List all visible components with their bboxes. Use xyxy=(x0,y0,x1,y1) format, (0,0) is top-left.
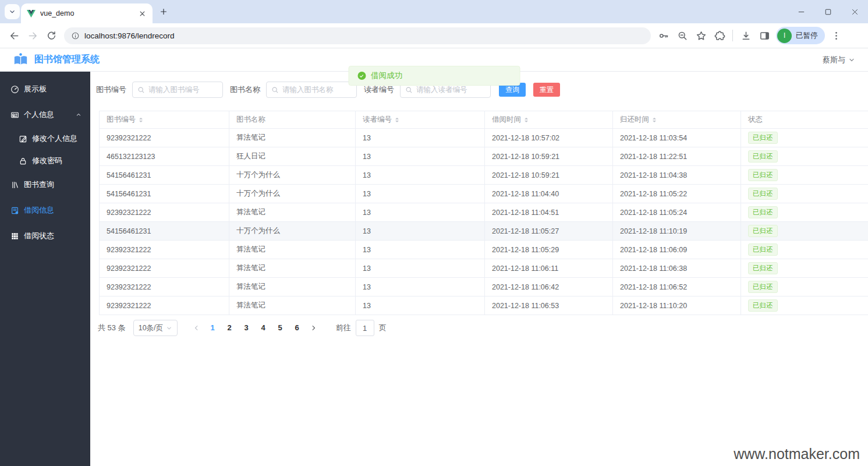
zoom-icon[interactable] xyxy=(673,26,692,45)
page-size-select[interactable]: 10条/页 xyxy=(133,320,178,336)
cell-reader-id: 13 xyxy=(356,278,485,296)
window-close-button[interactable] xyxy=(841,0,868,23)
sidebar-item-book-search[interactable]: 图书查询 xyxy=(0,172,90,197)
column-label: 图书编号 xyxy=(107,115,136,125)
column-header-2[interactable]: 读者编号 xyxy=(356,111,485,129)
sort-icon[interactable] xyxy=(653,116,656,124)
window-minimize-button[interactable] xyxy=(788,0,814,23)
sort-icon[interactable] xyxy=(525,116,528,124)
site-info-icon[interactable] xyxy=(71,31,80,40)
column-label: 归还时间 xyxy=(620,115,649,125)
page-button-1[interactable]: 1 xyxy=(207,320,218,336)
sort-icon[interactable] xyxy=(395,116,399,124)
table-row[interactable]: 92392321222 算法笔记 13 2021-12-18 11:06:53 … xyxy=(100,296,868,315)
cell-book-id: 54156461231 xyxy=(100,222,229,241)
lend-record-icon xyxy=(10,206,19,215)
cell-book-id: 54156461231 xyxy=(100,166,229,185)
sort-icon[interactable] xyxy=(139,116,143,124)
column-label: 借阅时间 xyxy=(492,115,521,125)
extensions-icon[interactable] xyxy=(710,26,729,45)
table-row[interactable]: 92392321222 算法笔记 13 2021-12-18 10:57:02 … xyxy=(100,129,868,147)
table-row[interactable]: 54156461231 十万个为什么 13 2021-12-18 11:04:4… xyxy=(100,185,868,203)
goto-label: 前往 xyxy=(336,323,351,333)
sidebar-item-label: 修改个人信息 xyxy=(32,133,77,144)
next-page-button[interactable] xyxy=(307,320,321,336)
sidebar-item-label: 借阅信息 xyxy=(24,205,54,216)
plus-icon xyxy=(159,7,168,16)
username: 蔡斯与 xyxy=(823,55,845,65)
sidebar-item-personal-info[interactable]: 个人信息 xyxy=(0,102,90,128)
status-badge: 已归还 xyxy=(748,262,778,274)
toast-message: 借阅成功 xyxy=(371,70,402,81)
tab-close-icon[interactable] xyxy=(138,9,147,18)
goto-page-input[interactable] xyxy=(356,320,374,336)
cell-return-time: 2021-12-18 11:04:38 xyxy=(613,166,741,185)
column-label: 读者编号 xyxy=(363,115,392,125)
toolbar-divider xyxy=(732,30,733,41)
column-header-0[interactable]: 图书编号 xyxy=(100,111,229,129)
reset-button[interactable]: 重置 xyxy=(533,83,560,97)
table-row[interactable]: 92392321222 算法笔记 13 2021-12-18 11:06:11 … xyxy=(100,259,868,278)
password-key-icon[interactable] xyxy=(654,26,673,45)
page-button-2[interactable]: 2 xyxy=(224,320,235,336)
sidebar-item-dashboard[interactable]: 展示板 xyxy=(0,76,90,102)
success-toast: 借阅成功 xyxy=(348,66,520,86)
cell-book-id: 92392321222 xyxy=(100,278,229,296)
column-header-3[interactable]: 借阅时间 xyxy=(485,111,613,129)
chevron-down-icon xyxy=(166,325,172,331)
tab-search-button[interactable] xyxy=(5,4,20,19)
table-row[interactable]: 465132123123 狂人日记 13 2021-12-18 10:59:21… xyxy=(100,147,868,166)
page-button-5[interactable]: 5 xyxy=(274,320,286,336)
page-button-4[interactable]: 4 xyxy=(257,320,269,336)
page-button-6[interactable]: 6 xyxy=(291,320,303,336)
table-row[interactable]: 92392321222 算法笔记 13 2021-12-18 11:06:42 … xyxy=(100,278,868,296)
browser-tab[interactable]: vue_demo xyxy=(21,3,153,23)
cell-book-name: 十万个为什么 xyxy=(229,185,356,203)
table-row[interactable]: 54156461231 十万个为什么 13 2021-12-18 10:59:2… xyxy=(100,166,868,185)
new-tab-button[interactable] xyxy=(156,4,171,19)
cell-return-time: 2021-12-18 11:05:24 xyxy=(613,203,741,222)
status-badge: 已归还 xyxy=(748,150,778,163)
status-badge: 已归还 xyxy=(748,132,778,144)
menu-dots-icon[interactable] xyxy=(827,26,846,45)
sidebar-item-lend-status[interactable]: 借阅状态 xyxy=(0,223,90,249)
book-name-label: 图书名称 xyxy=(230,84,260,95)
window-maximize-button[interactable] xyxy=(814,0,841,23)
cell-book-id: 92392321222 xyxy=(100,203,229,222)
page-list: 1 2 3 4 5 6 xyxy=(204,320,306,336)
sidebar-item-change-password[interactable]: 修改密码 xyxy=(0,150,90,172)
cell-book-id: 92392321222 xyxy=(100,259,229,278)
cell-status: 已归还 xyxy=(741,259,868,278)
cell-book-name: 十万个为什么 xyxy=(229,166,356,185)
cell-book-name: 算法笔记 xyxy=(229,278,356,296)
forward-button[interactable] xyxy=(23,26,42,45)
sidebar-item-edit-personal-info[interactable]: 修改个人信息 xyxy=(0,128,90,150)
side-panel-icon[interactable] xyxy=(755,26,774,45)
sidebar-item-label: 展示板 xyxy=(24,84,47,94)
book-name-input[interactable] xyxy=(282,86,352,94)
chevron-down-icon xyxy=(8,8,16,16)
downloads-icon[interactable] xyxy=(736,26,755,45)
table-row[interactable]: 54156461231 十万个为什么 13 2021-12-18 11:05:2… xyxy=(100,222,868,241)
url-bar[interactable]: localhost:9876/lendrecord xyxy=(64,27,651,44)
reader-id-input[interactable] xyxy=(416,86,486,94)
back-button[interactable] xyxy=(5,26,23,45)
main-content: 图书编号 图书名称 读者编号 查询 重置 图书编号 图书名称 读者编号 借阅时间 xyxy=(90,72,868,466)
column-header-1: 图书名称 xyxy=(229,111,356,129)
sidebar: 展示板 个人信息 修改个人信息 修改密码 图书查询 借阅信息 借阅状态 xyxy=(0,72,90,466)
sidebar-item-lend-info[interactable]: 借阅信息 xyxy=(0,197,90,223)
cell-book-name: 算法笔记 xyxy=(229,259,356,278)
book-id-input[interactable] xyxy=(148,86,218,94)
table-row[interactable]: 92392321222 算法笔记 13 2021-12-18 11:05:29 … xyxy=(100,241,868,259)
reload-button[interactable] xyxy=(42,26,61,45)
bookmark-star-icon[interactable] xyxy=(692,26,710,45)
id-card-icon xyxy=(10,111,19,119)
table-row[interactable]: 92392321222 算法笔记 13 2021-12-18 11:04:51 … xyxy=(100,203,868,222)
column-header-4[interactable]: 归还时间 xyxy=(613,111,741,129)
status-badge: 已归还 xyxy=(748,281,778,293)
user-menu[interactable]: 蔡斯与 xyxy=(823,55,855,65)
prev-page-button[interactable] xyxy=(189,320,203,336)
page-button-3[interactable]: 3 xyxy=(240,320,252,336)
cell-status: 已归还 xyxy=(741,222,868,241)
profile-button[interactable]: l 已暂停 xyxy=(776,27,825,44)
